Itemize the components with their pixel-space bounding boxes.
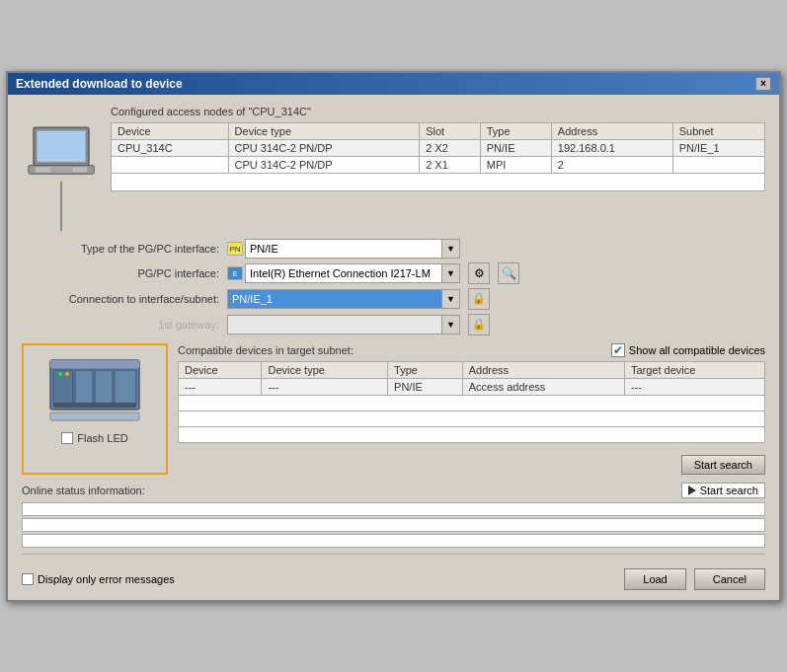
- connection-label: Connection to interface/subnet:: [22, 293, 219, 305]
- plc-icon: [45, 355, 144, 424]
- svg-rect-14: [50, 412, 139, 420]
- svg-rect-13: [53, 403, 136, 408]
- configured-nodes-label: Configured access nodes of "CPU_314C": [111, 106, 311, 117]
- flash-led-checkbox[interactable]: [61, 432, 73, 444]
- connector-line: [60, 182, 62, 231]
- status-rows: [22, 502, 765, 548]
- compat-col-target: Target device: [624, 361, 764, 378]
- start-search-inline-button[interactable]: Start search: [681, 483, 765, 498]
- show-compatible-label: Show all compatible devices: [629, 344, 765, 356]
- cell-slot: 2 X1: [420, 156, 481, 173]
- gateway-dropdown-arrow[interactable]: ▼: [442, 315, 460, 335]
- gateway-label: 1st gateway:: [22, 319, 219, 331]
- compat-cell-device: ---: [179, 378, 262, 395]
- compat-col-device-type: Device type: [262, 361, 388, 378]
- bottom-buttons: Load Cancel: [624, 568, 765, 590]
- svg-point-11: [58, 372, 62, 376]
- connection-dropdown-arrow[interactable]: ▼: [442, 289, 460, 309]
- svg-rect-6: [50, 360, 139, 368]
- pn-ie-icon: PN: [227, 242, 243, 256]
- pg-pc-interface-type-row: Type of the PG/PC interface: PN ▼: [22, 239, 765, 259]
- search-icon-btn[interactable]: 🔍: [498, 262, 519, 284]
- svg-rect-8: [75, 370, 93, 405]
- col-subnet: Subnet: [672, 122, 764, 139]
- status-line-3: [22, 534, 765, 548]
- svg-rect-10: [115, 370, 136, 405]
- table-row-empty: [179, 395, 765, 411]
- compatible-devices-table: Device Device type Type Address Target d…: [178, 361, 765, 443]
- col-device-type: Device type: [228, 122, 420, 139]
- bottom-section: Display only error messages Load Cancel: [22, 562, 765, 590]
- gateway-input[interactable]: [227, 315, 442, 335]
- cell-address: 192.168.0.1: [551, 139, 672, 156]
- flash-led-row: Flash LED: [61, 432, 127, 444]
- table-row: --- --- PN/IE Access address ---: [179, 378, 765, 395]
- laptop-icon: [27, 122, 96, 182]
- laptop-section: [22, 122, 101, 231]
- table-row-empty: [112, 173, 765, 190]
- compatible-section: Compatible devices in target subnet: ✔ S…: [178, 343, 765, 475]
- cancel-button[interactable]: Cancel: [694, 568, 765, 590]
- status-line-2: [22, 518, 765, 532]
- form-section: Type of the PG/PC interface: PN ▼ PG/PC …: [22, 239, 765, 336]
- compat-col-address: Address: [462, 361, 624, 378]
- close-button[interactable]: ×: [755, 77, 771, 91]
- pg-pc-type-label: Type of the PG/PC interface:: [22, 243, 219, 255]
- network-shield-icon[interactable]: 🔒: [468, 288, 490, 310]
- cell-device-type: CPU 314C-2 PN/DP: [228, 156, 420, 173]
- flash-led-label: Flash LED: [77, 432, 127, 444]
- pg-pc-type-input[interactable]: [245, 239, 442, 259]
- compat-col-device: Device: [179, 361, 262, 378]
- compat-cell-type: PN/IE: [388, 378, 463, 395]
- main-middle-section: Flash LED Compatible devices in target s…: [22, 343, 765, 475]
- table-row-empty: [179, 411, 765, 426]
- dialog-body: Configured access nodes of "CPU_314C": [8, 95, 779, 600]
- gateway-row: 1st gateway: ▼ 🔒: [22, 314, 765, 336]
- title-bar: Extended download to device ×: [8, 73, 779, 95]
- load-button[interactable]: Load: [624, 568, 685, 590]
- gateway-combo: ▼: [227, 315, 460, 335]
- connection-combo: ▼: [227, 289, 460, 309]
- online-status-section: Online status information: Start search: [22, 483, 765, 548]
- settings-icon-btn[interactable]: ⚙: [468, 262, 490, 284]
- top-configured-section: Configured access nodes of "CPU_314C": [22, 105, 765, 231]
- compat-cell-address: Access address: [462, 378, 624, 395]
- compat-col-type: Type: [388, 361, 463, 378]
- pg-pc-type-dropdown-arrow[interactable]: ▼: [442, 239, 460, 259]
- display-errors-checkbox[interactable]: [22, 573, 34, 585]
- svg-point-12: [65, 372, 69, 376]
- start-search-button[interactable]: Start search: [681, 455, 765, 475]
- pg-pc-interface-label: PG/PC interface:: [22, 267, 219, 279]
- status-line-1: [22, 502, 765, 516]
- gateway-shield-icon[interactable]: 🔒: [468, 314, 490, 336]
- compat-cell-target: ---: [624, 378, 764, 395]
- show-compatible-row: ✔ Show all compatible devices: [611, 343, 765, 357]
- play-icon: [688, 485, 696, 495]
- top-area: Device Device type Slot Type Address Sub…: [22, 122, 765, 231]
- cell-slot: 2 X2: [420, 139, 481, 156]
- compat-cell-device-type: ---: [262, 378, 388, 395]
- start-search-inline-label: Start search: [700, 485, 758, 496]
- ethernet-icon: E: [227, 266, 243, 280]
- cell-device-type: CPU 314C-2 PN/DP: [228, 139, 420, 156]
- pg-pc-interface-input[interactable]: [245, 263, 442, 283]
- table-row: CPU_314C CPU 314C-2 PN/DP 2 X2 PN/IE 192…: [112, 139, 765, 156]
- compatible-header: Compatible devices in target subnet: ✔ S…: [178, 343, 765, 357]
- col-slot: Slot: [420, 122, 481, 139]
- pg-pc-interface-dropdown-arrow[interactable]: ▼: [442, 263, 460, 283]
- online-status-label: Online status information:: [22, 485, 145, 496]
- show-compatible-checkbox[interactable]: ✔: [611, 343, 625, 357]
- pg-pc-interface-row: PG/PC interface: E ▼ ⚙ 🔍: [22, 262, 765, 284]
- connection-input[interactable]: [227, 289, 442, 309]
- svg-rect-4: [51, 168, 72, 172]
- cell-type: MPI: [480, 156, 551, 173]
- cell-device: CPU_314C: [112, 139, 229, 156]
- dialog-title: Extended download to device: [16, 77, 183, 91]
- svg-rect-7: [53, 370, 73, 405]
- col-address: Address: [551, 122, 672, 139]
- device-image-box: Flash LED: [22, 343, 168, 475]
- configured-nodes-table: Device Device type Slot Type Address Sub…: [111, 122, 765, 191]
- top-table-section: Device Device type Slot Type Address Sub…: [111, 122, 765, 191]
- cell-type: PN/IE: [480, 139, 551, 156]
- svg-rect-1: [38, 130, 86, 162]
